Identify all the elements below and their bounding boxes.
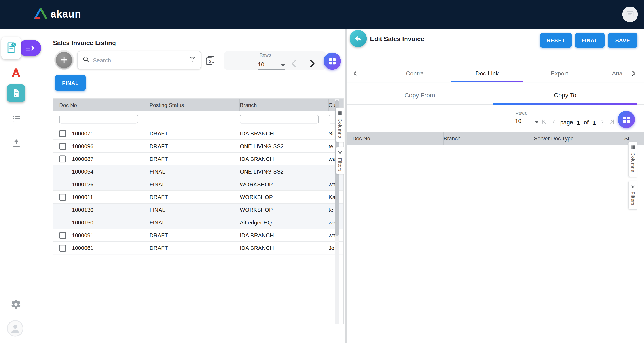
subtab-copy-from[interactable]: Copy From: [346, 85, 493, 104]
grid-view-button[interactable]: [324, 52, 341, 70]
next-page-button[interactable]: [599, 118, 605, 126]
tab-doc-link[interactable]: Doc Link: [451, 65, 523, 82]
checkbox-cell: [59, 232, 72, 239]
column-header-posting-status[interactable]: Posting Status: [150, 99, 240, 111]
search-input[interactable]: [93, 57, 186, 63]
final-button[interactable]: FINAL: [55, 75, 86, 91]
posting-status-cell: FINAL: [150, 220, 240, 226]
back-button[interactable]: [350, 30, 367, 47]
table-row[interactable]: 1000126FINALWORKSHOPwa: [54, 178, 344, 191]
add-invoice-button[interactable]: [56, 52, 72, 68]
grid-view-button[interactable]: [618, 111, 635, 128]
table-row[interactable]: 1000061DRAFTIDA BRANCHJo: [54, 242, 344, 254]
filter-input-branch[interactable]: [240, 115, 319, 123]
action-buttons: RESET FINAL SAVE: [540, 33, 638, 48]
akaun-triangle-icon: [34, 8, 47, 20]
table-row[interactable]: 1000130FINALWORKSHOPte: [54, 204, 344, 216]
posting-status-cell: DRAFT: [150, 194, 240, 200]
filters-side-tab[interactable]: Filters: [336, 147, 344, 174]
save-button[interactable]: SAVE: [608, 33, 638, 48]
column-header-doc-no[interactable]: Doc No: [352, 132, 444, 145]
page-title: Sales Invoice Listing: [53, 39, 116, 47]
search-filter-icon[interactable]: [189, 56, 196, 64]
reset-button[interactable]: RESET: [540, 33, 572, 48]
posting-status-cell: FINAL: [150, 181, 240, 187]
column-header-branch[interactable]: Branch: [444, 132, 534, 145]
branch-cell: IDA BRANCH: [240, 156, 328, 162]
table-header-row: Doc No Posting Status Branch Cu: [54, 99, 344, 111]
user-avatar[interactable]: [622, 6, 638, 22]
table-row[interactable]: 1000071DRAFTIDA BRANCHSi: [54, 127, 344, 140]
profile-avatar[interactable]: [7, 320, 24, 337]
last-page-button[interactable]: [608, 118, 615, 126]
total-pages-number: 1: [592, 119, 596, 126]
final-button[interactable]: FINAL: [575, 33, 604, 48]
edit-sales-invoice-panel: Edit Sales Invoice RESET FINAL SAVE Cont…: [346, 29, 644, 343]
current-page-number: 1: [577, 119, 580, 126]
active-subtab-indicator: [493, 103, 638, 105]
panel-title: Edit Sales Invoice: [370, 35, 424, 43]
upload-icon[interactable]: [10, 137, 22, 148]
row-checkbox[interactable]: [59, 155, 66, 162]
filter-input-doc-no[interactable]: [59, 115, 138, 123]
branch-cell: IDA BRANCH: [240, 232, 328, 238]
row-checkbox[interactable]: [59, 245, 66, 252]
rows-per-page-select[interactable]: 10: [258, 60, 285, 70]
sales-invoice-listing-panel: Sales Invoice Listing: [33, 29, 346, 343]
listing-icon[interactable]: [10, 113, 22, 124]
branch-cell: WORKSHOP: [240, 194, 328, 200]
sales-invoice-app-icon[interactable]: [7, 84, 25, 102]
columns-side-tab-label: Columns: [338, 119, 342, 138]
row-checkbox[interactable]: [59, 232, 66, 239]
rows-per-page-select[interactable]: 10: [515, 116, 539, 126]
checkbox-cell: [59, 245, 72, 252]
svg-text:2: 2: [209, 59, 211, 64]
doc-no-cell: 1000054: [72, 169, 150, 175]
filters-side-tab[interactable]: Filters: [628, 181, 637, 210]
brand-logo[interactable]: akaun: [34, 8, 81, 20]
checkbox-cell: [59, 143, 72, 150]
tab-contra[interactable]: Contra: [378, 65, 451, 82]
rows-per-page-label: Rows: [260, 52, 271, 57]
doc-no-cell: 1000011: [72, 194, 150, 200]
pdf-app-icon[interactable]: [9, 66, 23, 79]
chevron-down-icon: [535, 121, 539, 123]
invoice-table: Doc No Posting Status Branch Cu 1000071D…: [53, 98, 344, 324]
table-row[interactable]: 1000150FINALAiLedger HQwa: [54, 216, 344, 229]
subtab-copy-to[interactable]: Copy To: [493, 85, 638, 104]
table-row[interactable]: 1000011DRAFTWORKSHOPKa: [54, 191, 344, 204]
posting-status-cell: DRAFT: [150, 156, 240, 162]
table-row[interactable]: 1000096DRAFTONE LIVING SS2te: [54, 140, 344, 153]
settings-gear-icon[interactable]: [10, 298, 22, 310]
rows-per-page-value: 10: [258, 61, 264, 68]
tabs-scroll-left-button[interactable]: [352, 69, 359, 77]
tabs-scroll-right-button[interactable]: [630, 69, 638, 77]
branch-cell: IDA BRANCH: [240, 130, 328, 136]
columns-side-tab[interactable]: Columns: [628, 142, 637, 177]
column-header-branch[interactable]: Branch: [240, 99, 328, 111]
filters-side-tab-label: Filters: [630, 192, 636, 206]
columns-side-tab[interactable]: Columns: [336, 107, 344, 142]
screen: akaun: [0, 0, 644, 343]
table-row[interactable]: 1000091DRAFTIDA BRANCHwa: [54, 229, 344, 242]
columns-side-tab-label: Columns: [630, 153, 636, 172]
copy-to-table-header: Doc No Branch Server Doc Type St: [348, 132, 644, 145]
previous-page-button[interactable]: [551, 118, 556, 126]
menu-expand-button[interactable]: [18, 40, 41, 56]
row-checkbox[interactable]: [59, 143, 66, 150]
next-page-button[interactable]: [307, 58, 318, 69]
column-header-server-doc-type[interactable]: Server Doc Type: [534, 132, 624, 145]
column-header-doc-no[interactable]: Doc No: [59, 99, 150, 111]
row-checkbox[interactable]: [59, 194, 66, 201]
table-row[interactable]: 1000087DRAFTIDA BRANCHwa: [54, 153, 344, 165]
tab-export[interactable]: Export: [523, 65, 596, 82]
invoice-app-icon[interactable]: [1, 37, 21, 59]
branch-cell: IDA BRANCH: [240, 245, 328, 251]
checkbox-cell: [59, 194, 72, 201]
table-row[interactable]: 1000054FINALONE LIVING SS2: [54, 165, 344, 178]
first-page-button[interactable]: [542, 118, 548, 126]
previous-page-button[interactable]: [289, 58, 299, 69]
row-checkbox[interactable]: [59, 130, 66, 137]
duplicate-page-icon[interactable]: 2: [205, 55, 216, 66]
columns-icon: [630, 145, 636, 150]
